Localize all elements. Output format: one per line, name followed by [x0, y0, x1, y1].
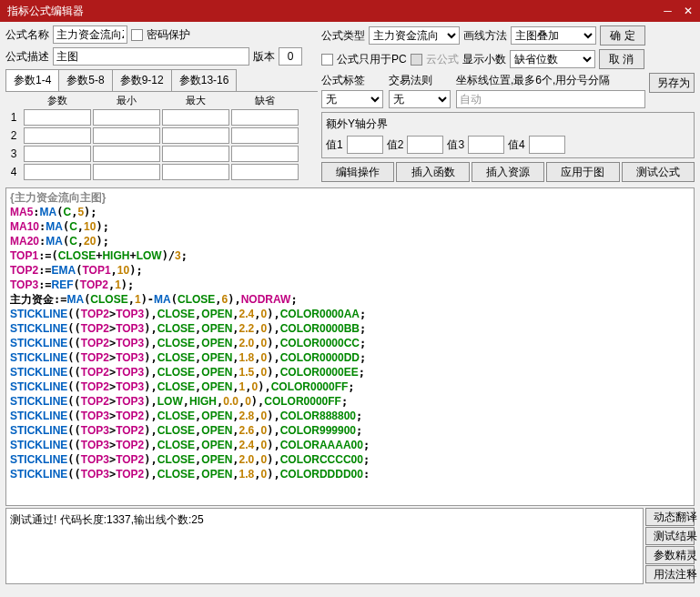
type-label: 公式类型 [321, 28, 365, 44]
coord-input[interactable] [456, 90, 645, 108]
pc-label: 公式只用于PC [337, 52, 407, 67]
desc-label: 公式描述 [5, 49, 49, 65]
coord-label: 坐标线位置,最多6个,用分号分隔 [456, 73, 645, 88]
param-grid: 参数 最小 最大 缺省 1 2 3 4 [5, 94, 318, 180]
dec-select[interactable]: 缺省位数 [510, 50, 595, 68]
name-label: 公式名称 [5, 27, 49, 43]
tab-params-5-8[interactable]: 参数5-8 [58, 69, 112, 91]
titlebar: 指标公式编辑器 ─ ✕ [0, 0, 700, 22]
ver-label: 版本 [253, 49, 275, 65]
yaxis-v3[interactable] [468, 136, 504, 154]
cancel-button[interactable]: 取 消 [599, 49, 644, 69]
window-title: 指标公式编辑器 [7, 4, 84, 19]
draw-select[interactable]: 主图叠加 [511, 26, 596, 45]
ver-input[interactable] [279, 47, 302, 66]
cloud-label: 云公式 [426, 52, 459, 67]
usage-note-button[interactable]: 用法注释 [645, 565, 695, 583]
insert-res-button[interactable]: 插入资源 [472, 162, 544, 182]
ok-button[interactable]: 确 定 [600, 25, 645, 46]
tab-params-1-4[interactable]: 参数1-4 [5, 69, 59, 91]
law-label: 交易法则 [389, 73, 452, 88]
tag-select[interactable]: 无 [321, 90, 383, 108]
dec-label: 显示小数 [462, 52, 506, 67]
tag-label: 公式标签 [321, 73, 385, 88]
param-tabs: 参数1-4 参数5-8 参数9-12 参数13-16 [5, 69, 318, 92]
saveas-button[interactable]: 另存为 [649, 73, 695, 93]
minimize-icon[interactable]: ─ [664, 5, 672, 17]
pwd-label: 密码保护 [147, 27, 190, 43]
law-select[interactable]: 无 [389, 90, 451, 108]
draw-label: 画线方法 [463, 28, 507, 44]
pc-checkbox[interactable] [321, 54, 333, 66]
name-input[interactable] [53, 25, 127, 44]
pwd-checkbox[interactable] [131, 29, 143, 41]
tab-params-9-12[interactable]: 参数9-12 [112, 69, 172, 91]
test-result-button[interactable]: 测试结果 [645, 527, 695, 545]
apply-chart-button[interactable]: 应用于图 [546, 162, 619, 182]
close-icon[interactable]: ✕ [684, 5, 693, 17]
dyn-translate-button[interactable]: 动态翻译 [645, 508, 695, 526]
insert-fn-button[interactable]: 插入函数 [396, 162, 469, 182]
code-editor[interactable]: {主力资金流向主图} MA5:MA(C,5); MA10:MA(C,10); M… [5, 187, 695, 506]
status-bar: 测试通过! 代码长度:1337,输出线个数:25 [5, 508, 644, 584]
param-wizard-button[interactable]: 参数精灵 [645, 546, 695, 564]
yaxis-v2[interactable] [407, 136, 443, 154]
tab-params-13-16[interactable]: 参数13-16 [171, 69, 238, 91]
yaxis-title: 额外Y轴分界 [326, 116, 690, 132]
yaxis-v1[interactable] [347, 136, 383, 154]
yaxis-group: 额外Y轴分界 值1 值2 值3 值4 [321, 112, 695, 158]
cloud-checkbox [411, 54, 422, 66]
desc-input[interactable] [53, 47, 249, 66]
test-formula-button[interactable]: 测试公式 [622, 162, 695, 182]
edit-op-button[interactable]: 编辑操作 [321, 162, 394, 182]
yaxis-v4[interactable] [529, 136, 565, 154]
type-select[interactable]: 主力资金流向 [369, 26, 460, 45]
